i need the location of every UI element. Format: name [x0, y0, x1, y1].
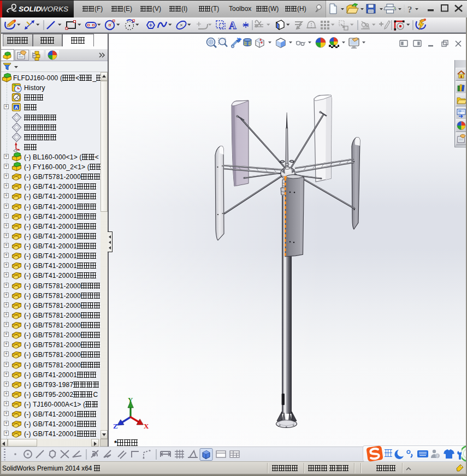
- svg-text:7: 7: [436, 454, 439, 458]
- svg-text:A: A: [14, 105, 18, 110]
- svg-text:SOLID: SOLID: [19, 5, 42, 13]
- svg-text:Y: Y: [128, 397, 133, 404]
- svg-text:X: X: [144, 422, 149, 430]
- svg-text:A: A: [229, 20, 237, 31]
- svg-text:WORKS: WORKS: [40, 5, 68, 13]
- svg-text:Z: Z: [113, 422, 118, 430]
- svg-text:?: ?: [407, 4, 412, 15]
